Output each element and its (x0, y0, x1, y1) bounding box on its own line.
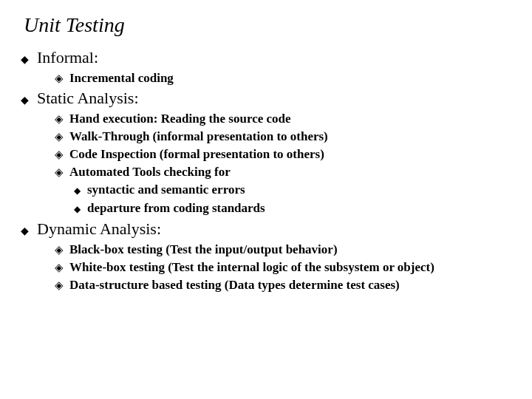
section-items: ◈ Black-box testing (Test the input/outp… (55, 242, 511, 293)
section-items: ◈ Incremental coding (55, 70, 511, 86)
diamond-outline-bullet-icon: ◈ (55, 129, 69, 145)
subitem-text: syntactic and semantic errors (87, 182, 245, 198)
diamond-outline-bullet-icon: ◈ (55, 111, 69, 127)
list-item: ◈ Incremental coding (55, 70, 511, 86)
item-text: White-box testing (Test the internal log… (69, 259, 434, 276)
list-item: ◈ White-box testing (Test the internal l… (55, 259, 511, 276)
section-heading-row: ◆ Dynamic Analysis: (21, 219, 511, 240)
list-item: ◈ Data-structure based testing (Data typ… (55, 277, 511, 293)
section-informal: ◆ Informal: ◈ Incremental coding (21, 47, 511, 86)
section-static-analysis: ◆ Static Analysis: ◈ Hand execution: Rea… (21, 88, 511, 217)
item-text: Hand execution: Reading the source code (69, 111, 291, 127)
sub-list-item: ◆ syntactic and semantic errors (74, 182, 511, 199)
diamond-outline-bullet-icon: ◈ (55, 146, 69, 163)
diamond-outline-bullet-icon: ◈ (55, 164, 69, 180)
section-items: ◈ Hand execution: Reading the source cod… (55, 111, 511, 217)
list-item: ◈ Code Inspection (formal presentation t… (55, 146, 511, 163)
item-text: Black-box testing (Test the input/output… (69, 242, 338, 258)
item-text: Automated Tools checking for (69, 164, 231, 180)
diamond-outline-bullet-icon: ◈ (55, 70, 69, 86)
list-item: ◈ Hand execution: Reading the source cod… (55, 111, 511, 127)
section-heading-row: ◆ Static Analysis: (21, 88, 511, 109)
item-text: Incremental coding (69, 70, 174, 86)
diamond-outline-bullet-icon: ◈ (55, 242, 69, 258)
section-heading: Static Analysis: (37, 88, 139, 109)
section-dynamic-analysis: ◆ Dynamic Analysis: ◈ Black-box testing … (21, 219, 511, 293)
list-item: ◈ Automated Tools checking for (55, 164, 511, 180)
item-text: Code Inspection (formal presentation to … (69, 146, 324, 163)
small-diamond-bullet-icon: ◆ (74, 183, 87, 199)
diamond-bullet-icon: ◆ (21, 51, 37, 69)
list-item: ◈ Black-box testing (Test the input/outp… (55, 242, 511, 258)
diamond-bullet-icon: ◆ (21, 92, 37, 109)
section-heading: Informal: (37, 47, 98, 68)
section-heading: Dynamic Analysis: (37, 219, 161, 239)
diamond-bullet-icon: ◆ (21, 222, 37, 240)
diamond-outline-bullet-icon: ◈ (55, 259, 69, 276)
item-text: Walk-Through (informal presentation to o… (69, 129, 328, 145)
section-heading-row: ◆ Informal: (21, 47, 511, 69)
sub-items: ◆ syntactic and semantic errors ◆ depart… (74, 182, 511, 217)
slide: Unit Testing ◆ Informal: ◈ Incremental c… (0, 0, 532, 399)
item-text: Data-structure based testing (Data types… (69, 277, 400, 293)
subitem-text: departure from coding standards (87, 200, 265, 216)
diamond-outline-bullet-icon: ◈ (55, 277, 69, 293)
slide-title: Unit Testing (24, 13, 511, 37)
small-diamond-bullet-icon: ◆ (74, 201, 87, 217)
sub-list-item: ◆ departure from coding standards (74, 200, 511, 217)
list-item: ◈ Walk-Through (informal presentation to… (55, 129, 511, 145)
